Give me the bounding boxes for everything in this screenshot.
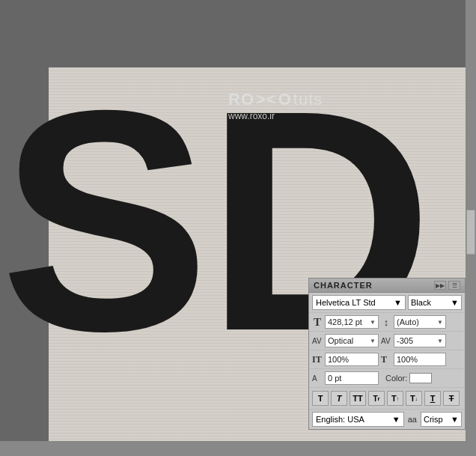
leading-value: (Auto) <box>397 317 419 326</box>
character-panel: CHARACTER ▶▶ ☰ Helvetica LT Std ▼ Black … <box>308 278 466 430</box>
tracking-icon: AV <box>381 337 391 345</box>
horizontal-scale-icon: T <box>381 354 391 365</box>
language-value: English: USA <box>316 415 364 424</box>
brand-ro: RO <box>228 90 254 109</box>
font-style-select[interactable]: Black ▼ <box>408 295 462 310</box>
leading-icon: ↕ <box>381 317 391 328</box>
color-label: Color: <box>385 374 407 383</box>
font-row: Helvetica LT Std ▼ Black ▼ <box>309 293 465 313</box>
panel-collapse-icon[interactable]: ▶▶ <box>434 281 446 290</box>
italic-style-btn[interactable]: T <box>331 391 347 406</box>
kerning-row: AV Optical ▼ AV -305 ▼ <box>309 332 465 350</box>
baseline-icon: A <box>312 374 323 383</box>
allcaps-style-btn[interactable]: TT <box>350 391 366 406</box>
panel-header-icons: ▶▶ ☰ <box>434 281 460 290</box>
scale-row: IT 100% T 100% <box>309 350 465 369</box>
language-row: English: USA ▼ aa Crisp ▼ <box>309 410 465 429</box>
baseline-color-row: A 0 pt Color: <box>309 369 465 388</box>
watermark: RO><O tuts www.roxo.ir <box>228 90 323 121</box>
font-size-input[interactable]: 428,12 pt ▼ <box>325 315 379 329</box>
language-select[interactable]: English: USA ▼ <box>312 412 404 427</box>
superscript-style-btn[interactable]: T↑ <box>387 391 403 406</box>
smallcaps-style-btn[interactable]: Tr <box>368 391 385 406</box>
kerning-value: -305 <box>397 336 413 345</box>
horizontal-scale-value: 100% <box>397 355 418 364</box>
brand-o: O <box>278 90 292 109</box>
horizontal-scale-input[interactable]: 100% <box>394 353 446 366</box>
underline-style-btn[interactable]: T <box>424 391 441 406</box>
brand-tuts: tuts <box>293 90 323 109</box>
panel-header: CHARACTER ▶▶ ☰ <box>309 279 465 293</box>
leading-input[interactable]: (Auto) ▼ <box>394 315 446 329</box>
panel-title: CHARACTER <box>314 281 373 290</box>
baseline-input[interactable]: 0 pt <box>325 371 379 385</box>
vertical-scale-icon: IT <box>312 354 323 365</box>
scrollbar-thumb[interactable] <box>466 210 475 255</box>
font-size-value: 428,12 pt <box>328 317 362 326</box>
vertical-scale-value: 100% <box>328 355 349 364</box>
kerning-icon: AV <box>312 337 323 345</box>
font-name-value: Helvetica LT Std <box>316 298 376 307</box>
font-name-select[interactable]: Helvetica LT Std ▼ <box>312 295 406 310</box>
antialiasing-select[interactable]: Crisp ▼ <box>421 412 462 427</box>
brand-arrow: >< <box>256 90 277 109</box>
baseline-value: 0 pt <box>328 374 341 383</box>
size-leading-row: T 428,12 pt ▼ ↕ (Auto) ▼ <box>309 313 465 332</box>
panel-menu-icon[interactable]: ☰ <box>448 281 460 290</box>
color-swatch[interactable] <box>409 373 432 383</box>
vertical-scale-input[interactable]: 100% <box>325 353 379 366</box>
kerning-method-input[interactable]: Optical ▼ <box>325 334 379 347</box>
website: www.roxo.ir <box>228 111 323 121</box>
font-style-value: Black <box>411 298 431 307</box>
status-bar <box>0 441 476 456</box>
scrollbar-vertical[interactable] <box>466 0 476 456</box>
bold-style-btn[interactable]: T <box>312 391 329 406</box>
subscript-style-btn[interactable]: T↓ <box>406 391 422 406</box>
aa-label: aa <box>408 415 417 424</box>
font-name-arrow: ▼ <box>394 298 402 307</box>
strikethrough-style-btn[interactable]: T <box>443 391 460 406</box>
font-size-icon: T <box>312 316 323 329</box>
antialiasing-value: Crisp <box>424 415 443 424</box>
font-style-arrow: ▼ <box>451 298 459 307</box>
kerning-method-value: Optical <box>328 336 353 345</box>
kerning-value-input[interactable]: -305 ▼ <box>394 334 446 347</box>
style-buttons-row: T T TT Tr T↑ T↓ T T <box>309 388 465 410</box>
